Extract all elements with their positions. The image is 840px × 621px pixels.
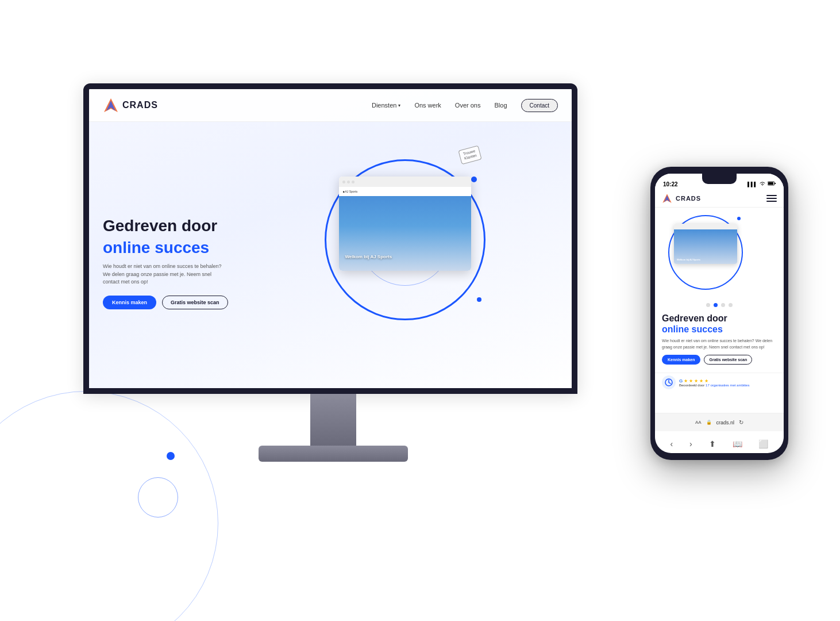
phone-screen: 10:22 ▌▌▌ <box>655 174 784 453</box>
hero-visual: Trouwe Klanten <box>307 148 558 378</box>
phone-site-nav: CRADS <box>655 190 784 208</box>
phone-logo-icon <box>662 193 672 204</box>
nav-over-ons[interactable]: Over ons <box>455 102 481 109</box>
hero-text: Gedreven door online succes Wie houdt er… <box>103 216 307 309</box>
battery-icon <box>768 181 776 187</box>
phone-heading-1: Gedreven door <box>662 313 777 324</box>
hamburger-line-2 <box>766 198 777 199</box>
logo-text: CRADS <box>122 100 158 110</box>
inner-monitor-bar <box>339 177 471 187</box>
hamburger-line-3 <box>766 201 777 202</box>
phone-rating: G ★ ★ ★ ★ ★ Beoordeeld door 17 organisat… <box>655 373 784 392</box>
hero-buttons: Kennis maken Gratis website scan <box>103 296 307 309</box>
tabs-icon[interactable]: ⬜ <box>758 439 768 448</box>
phone-logo-text: CRADS <box>676 195 701 202</box>
website-content: CRADS Diensten ▾ Ons werk Over ons Blog … <box>89 89 572 388</box>
desktop-monitor: CRADS Diensten ▾ Ons werk Over ons Blog … <box>83 83 583 462</box>
forward-icon[interactable]: › <box>689 439 692 448</box>
bg-circle-small <box>138 477 178 518</box>
monitor-bezel <box>83 388 577 394</box>
phone-status-icons: ▌▌▌ <box>747 181 776 187</box>
rating-text: G ★ ★ ★ ★ ★ Beoordeeld door 17 organisat… <box>679 378 749 387</box>
gratis-scan-button[interactable]: Gratis website scan <box>162 296 228 309</box>
contact-button[interactable]: Contact <box>521 99 558 112</box>
hamburger-menu-button[interactable] <box>766 195 777 202</box>
phone-notch <box>702 174 737 184</box>
svg-rect-4 <box>768 182 773 185</box>
monitor-neck <box>310 394 356 446</box>
inner-monitor-screenshot: ■ AJ Sports Welkom bij AJ Sports <box>339 177 471 271</box>
star-1: ★ <box>684 378 688 384</box>
inner-dot-3 <box>352 181 355 183</box>
inner-monitor-nav: ■ AJ Sports <box>339 187 471 196</box>
kennis-maken-button[interactable]: Kennis maken <box>103 296 156 309</box>
hamburger-line-1 <box>766 195 777 196</box>
monitor-base <box>259 446 408 462</box>
phone-inner-monitor: Welkom bij AJ Sports <box>674 224 737 264</box>
nav-diensten[interactable]: Diensten ▾ <box>372 102 400 109</box>
phone-frame: 10:22 ▌▌▌ <box>650 167 788 460</box>
monitor-screen: CRADS Diensten ▾ Ons werk Over ons Blog … <box>83 83 577 394</box>
phone-address-bar: AA 🔒 crads.nl ↻ <box>655 413 784 431</box>
address-aa: AA <box>695 420 702 425</box>
phone-time: 10:22 <box>663 181 678 187</box>
phone-inner-content: Welkom bij AJ Sports <box>674 229 737 264</box>
site-logo: CRADS <box>103 97 158 113</box>
nav-links: Diensten ▾ Ons werk Over ons Blog Contac… <box>372 99 558 112</box>
rating-link[interactable]: 17 organisaties met ambities <box>706 384 749 387</box>
nav-ons-werk[interactable]: Ons werk <box>414 102 441 109</box>
phone-inner-bar <box>674 224 737 229</box>
phone-gratis-scan-button[interactable]: Gratis website scan <box>704 355 752 365</box>
rating-stars: G ★ ★ ★ ★ ★ <box>679 378 749 384</box>
phone-carousel-dots <box>655 303 784 307</box>
share-icon[interactable]: ⬆ <box>709 439 716 448</box>
carousel-dot-3[interactable] <box>721 303 725 307</box>
hero-heading-1: Gedreven door <box>103 216 307 236</box>
nav-blog[interactable]: Blog <box>495 102 507 109</box>
refresh-icon <box>664 378 673 387</box>
phone-hero-buttons: Kennis maken Gratis website scan <box>662 355 777 365</box>
back-icon[interactable]: ‹ <box>670 439 673 448</box>
inner-dot-1 <box>342 181 345 183</box>
inner-nav-logo: ■ AJ Sports <box>342 190 357 193</box>
phone-inner-text: Welkom bij AJ Sports <box>677 258 700 261</box>
star-5: ★ <box>704 378 708 384</box>
trouwe-klanten-tag: Trouwe Klanten <box>458 145 482 164</box>
refresh-icon-address[interactable]: ↻ <box>739 419 743 425</box>
phone-description: Wie houdt er niet van om online succes t… <box>662 338 777 350</box>
hero-dot-blue-2 <box>477 297 481 302</box>
star-4: ★ <box>699 378 703 384</box>
hero-section: Gedreven door online succes Wie houdt er… <box>89 122 572 386</box>
google-g: G <box>679 378 683 384</box>
smartphone: 10:22 ▌▌▌ <box>650 167 788 460</box>
phone-hero-visual: Welkom bij AJ Sports <box>660 212 779 298</box>
address-url[interactable]: crads.nl <box>716 420 735 425</box>
bookmarks-icon[interactable]: 📖 <box>733 439 742 448</box>
phone-bottom-bar: ‹ › ⬆ 📖 ⬜ <box>655 439 784 448</box>
carousel-dot-2[interactable] <box>714 303 718 307</box>
phone-kennis-maken-button[interactable]: Kennis maken <box>662 355 700 365</box>
phone-heading-2: online succes <box>662 324 777 335</box>
inner-monitor-content: Welkom bij AJ Sports <box>339 196 471 271</box>
phone-dot-blue <box>737 217 741 220</box>
wifi-icon <box>760 181 765 187</box>
carousel-dot-4[interactable] <box>729 303 733 307</box>
inner-dot-2 <box>347 181 350 183</box>
crads-logo-icon <box>103 97 119 113</box>
welcome-text: Welkom bij AJ Sports <box>345 254 392 259</box>
svg-rect-3 <box>775 183 776 184</box>
phone-hero-text: Gedreven door online succes Wie houdt er… <box>655 309 784 373</box>
carousel-dot-1[interactable] <box>706 303 710 307</box>
page-scene: CRADS Diensten ▾ Ons werk Over ons Blog … <box>0 0 840 621</box>
rating-icon <box>662 375 676 389</box>
star-2: ★ <box>689 378 693 384</box>
hero-description: Wie houdt er niet van om online succes t… <box>103 263 229 286</box>
star-3: ★ <box>694 378 698 384</box>
hero-dot-blue <box>471 177 477 182</box>
lock-icon: 🔒 <box>706 420 712 425</box>
signal-icon: ▌▌▌ <box>747 182 757 187</box>
hero-heading-2: online succes <box>103 238 307 258</box>
chevron-down-icon: ▾ <box>398 103 400 108</box>
site-navigation: CRADS Diensten ▾ Ons werk Over ons Blog … <box>89 89 572 122</box>
phone-logo: CRADS <box>662 193 701 204</box>
